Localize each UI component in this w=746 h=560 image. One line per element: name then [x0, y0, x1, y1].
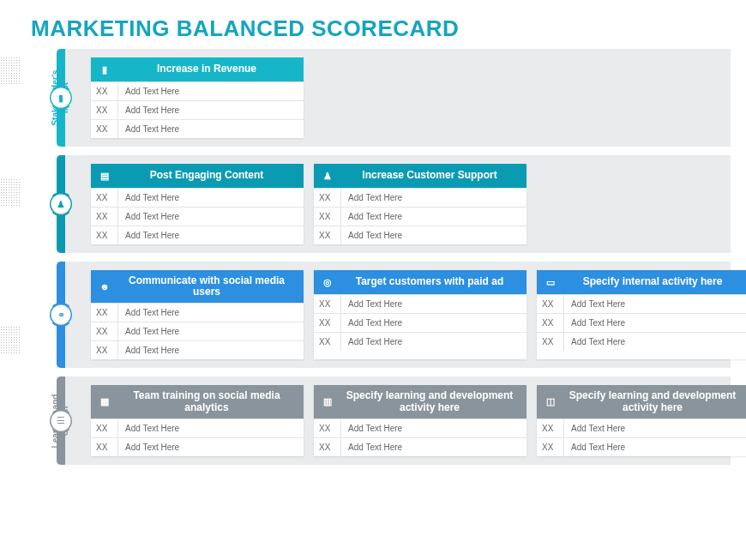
- scorecard-card: ◎Target customers with paid adXXAdd Text…: [314, 270, 526, 359]
- row-code: XX: [314, 189, 341, 207]
- row-text: Add Text Here: [564, 419, 746, 437]
- scorecard-card: ▦Team training on social media analytics…: [91, 385, 304, 455]
- table-row: XXAdd Text Here: [314, 437, 526, 456]
- row-text: Add Text Here: [118, 322, 304, 340]
- table-row: XXAdd Text Here: [91, 303, 304, 322]
- page-title: MARKETING BALANCED SCORECARD: [0, 0, 746, 49]
- row-text: Add Text Here: [564, 314, 746, 332]
- card-header: ▮Increase in Revenue: [91, 57, 304, 81]
- card-header: ☻Communicate with social media users: [91, 270, 304, 303]
- table-row: XXAdd Text Here: [314, 226, 526, 244]
- team-icon: ▦: [98, 396, 111, 407]
- table-row: XXAdd Text Here: [91, 418, 304, 437]
- row-text: Add Text Here: [118, 438, 304, 456]
- box-icon: ◫: [544, 396, 557, 407]
- row-text: Add Text Here: [341, 208, 526, 226]
- card-title: Communicate with social media users: [117, 275, 297, 298]
- table-row: XXAdd Text Here: [91, 100, 304, 119]
- row-code: XX: [91, 208, 118, 226]
- target-icon: ◎: [321, 277, 334, 288]
- table-row: XXAdd Text Here: [314, 207, 526, 226]
- row-code: XX: [537, 333, 564, 351]
- bar-chart-icon: ▮: [98, 64, 111, 75]
- row-text: Add Text Here: [341, 314, 526, 332]
- card-title: Increase in Revenue: [117, 63, 297, 75]
- row-text: Add Text Here: [564, 438, 746, 456]
- card-title: Specify learning and development activit…: [340, 390, 520, 412]
- row-text: Add Text Here: [564, 333, 746, 351]
- row-code: XX: [537, 438, 564, 456]
- row-code: XX: [314, 333, 341, 351]
- row-text: Add Text Here: [341, 419, 526, 437]
- row-text: Add Text Here: [118, 419, 304, 437]
- card-header: ▭Specify internal activity here: [537, 270, 746, 294]
- row-code: XX: [91, 419, 118, 437]
- card-title: Target customers with paid ad: [340, 276, 520, 287]
- card-header: ▥Specify learning and development activi…: [314, 385, 526, 418]
- bar-chart-icon: ▮: [50, 87, 72, 109]
- table-row: XXAdd Text Here: [91, 437, 304, 456]
- row-text: Add Text Here: [118, 208, 304, 226]
- table-row: XXAdd Text Here: [314, 418, 526, 437]
- clipboard-icon: ▤: [98, 171, 111, 182]
- table-row: XXAdd Text Here: [91, 226, 304, 244]
- row-text: Add Text Here: [118, 120, 304, 138]
- table-row: XXAdd Text Here: [537, 437, 746, 456]
- row-code: XX: [314, 419, 341, 437]
- row-code: XX: [537, 419, 564, 437]
- row-code: XX: [91, 438, 118, 456]
- card-title: Specify learning and development activit…: [563, 390, 743, 412]
- row-code: XX: [314, 314, 341, 332]
- table-row: XXAdd Text Here: [91, 207, 304, 226]
- table-row: XXAdd Text Here: [537, 313, 746, 332]
- row-text: Add Text Here: [118, 189, 304, 207]
- scorecard-card: ☻Communicate with social media usersXXAd…: [91, 270, 304, 359]
- row-code: XX: [91, 189, 118, 207]
- person-icon: ♟: [50, 193, 72, 215]
- card-title: Team training on social media analytics: [117, 390, 297, 412]
- table-row: XXAdd Text Here: [537, 332, 746, 351]
- card-header: ◫Specify learning and development activi…: [537, 385, 746, 418]
- row-text: Add Text Here: [341, 333, 526, 351]
- row-code: XX: [314, 208, 341, 226]
- table-row: XXAdd Text Here: [91, 188, 304, 207]
- row-text: Add Text Here: [564, 295, 746, 313]
- table-row: XXAdd Text Here: [314, 332, 526, 351]
- section-body: ▮Increase in RevenueXXAdd Text HereXXAdd…: [57, 49, 731, 147]
- row-text: Add Text Here: [118, 101, 304, 119]
- row-text: Add Text Here: [118, 304, 304, 322]
- row-code: XX: [91, 82, 118, 100]
- card-title: Increase Customer Support: [340, 170, 520, 181]
- handshake-icon: ⚭: [50, 304, 72, 326]
- row-text: Add Text Here: [341, 295, 526, 313]
- chat-icon: ☻: [98, 281, 111, 292]
- table-row: XXAdd Text Here: [314, 313, 526, 332]
- table-row: XXAdd Text Here: [314, 188, 526, 207]
- row-text: Add Text Here: [341, 226, 526, 244]
- card-title: Specify internal activity here: [563, 276, 743, 287]
- row-text: Add Text Here: [118, 226, 304, 244]
- scorecard-card: ▥Specify learning and development activi…: [314, 385, 526, 455]
- section-body: ▦Team training on social media analytics…: [57, 376, 731, 464]
- row-code: XX: [91, 304, 118, 322]
- monitor-icon: ▭: [544, 277, 557, 288]
- person-icon: ♟: [321, 171, 334, 182]
- scorecard-card: ▮Increase in RevenueXXAdd Text HereXXAdd…: [91, 57, 304, 138]
- board-icon: ▥: [321, 396, 334, 407]
- row-code: XX: [314, 226, 341, 244]
- row-code: XX: [91, 101, 118, 119]
- row-code: XX: [537, 314, 564, 332]
- card-header: ◎Target customers with paid ad: [314, 270, 526, 294]
- table-row: XXAdd Text Here: [91, 340, 304, 359]
- row-text: Add Text Here: [118, 341, 304, 359]
- section-body: ☻Communicate with social media usersXXAd…: [57, 262, 731, 368]
- table-row: XXAdd Text Here: [91, 119, 304, 138]
- scorecard-card: ◫Specify learning and development activi…: [537, 385, 746, 455]
- table-row: XXAdd Text Here: [91, 322, 304, 340]
- scorecard-card: ▤Post Engaging ContentXXAdd Text HereXXA…: [91, 164, 304, 244]
- row-code: XX: [314, 295, 341, 313]
- scorecard-card: ▭Specify internal activity hereXXAdd Tex…: [537, 270, 746, 359]
- row-code: XX: [537, 295, 564, 313]
- card-header: ▤Post Engaging Content: [91, 164, 304, 188]
- row-code: XX: [91, 226, 118, 244]
